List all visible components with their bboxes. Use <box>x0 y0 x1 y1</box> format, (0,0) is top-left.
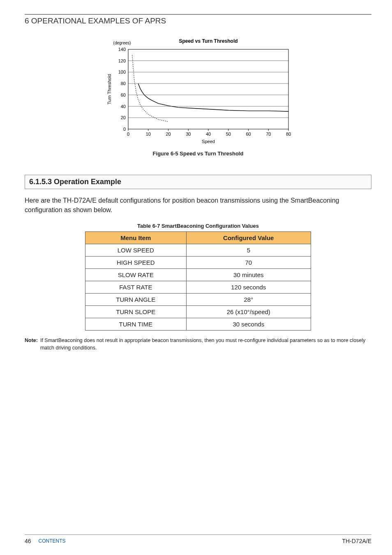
svg-text:80: 80 <box>286 132 291 136</box>
table-cell-menu-item: FAST RATE <box>85 281 187 294</box>
svg-text:(degrees): (degrees) <box>113 41 131 45</box>
svg-text:20: 20 <box>121 115 126 120</box>
table-row: FAST RATE120 seconds <box>85 281 311 294</box>
model-name: TH-D72A/E <box>342 538 371 544</box>
svg-text:60: 60 <box>246 132 251 136</box>
svg-text:50: 50 <box>226 132 231 136</box>
table-title: Table 6-7 SmartBeaconing Configuration V… <box>25 223 371 229</box>
operation-example-heading: 6.1.5.3 Operation Example <box>29 178 367 186</box>
table-cell-configured-value: 28° <box>186 294 311 306</box>
table-cell-configured-value: 5 <box>186 244 311 257</box>
note-block: Note: If SmartBeaconing does not result … <box>25 337 371 352</box>
svg-text:Speed: Speed <box>202 139 215 144</box>
table-row: TURN TIME30 seconds <box>85 318 311 331</box>
svg-text:70: 70 <box>266 132 271 136</box>
table-cell-menu-item: TURN TIME <box>85 318 187 331</box>
table-cell-menu-item: LOW SPEED <box>85 244 187 257</box>
svg-text:60: 60 <box>121 92 126 97</box>
operation-example-heading-box: 6.1.5.3 Operation Example <box>25 175 371 189</box>
svg-text:10: 10 <box>146 132 151 136</box>
page-number: 46 <box>25 538 31 544</box>
svg-rect-0 <box>128 49 288 129</box>
figure-caption: Figure 6-5 Speed vs Turn Threshold <box>25 150 371 157</box>
svg-text:20: 20 <box>166 132 171 136</box>
page-footer: 46 CONTENTS TH-D72A/E <box>25 538 371 544</box>
svg-text:80: 80 <box>121 81 126 86</box>
table-cell-configured-value: 30 seconds <box>186 318 311 331</box>
table-row: TURN SLOPE26 (x10°/speed) <box>85 306 311 318</box>
svg-text:40: 40 <box>206 132 211 136</box>
svg-text:140: 140 <box>118 47 126 52</box>
svg-text:0: 0 <box>123 127 126 132</box>
table-cell-menu-item: TURN SLOPE <box>85 306 187 318</box>
table-cell-configured-value: 26 (x10°/speed) <box>186 306 311 318</box>
section-heading: 6 OPERATIONAL EXAMPLES OF APRS <box>25 16 371 25</box>
svg-text:30: 30 <box>186 132 191 136</box>
contents-link[interactable]: CONTENTS <box>39 538 66 544</box>
svg-text:Turn Threshold: Turn Threshold <box>107 74 112 104</box>
note-text: If SmartBeaconing does not result in app… <box>40 337 371 352</box>
table-cell-menu-item: HIGH SPEED <box>85 257 187 269</box>
table-cell-configured-value: 30 minutes <box>186 269 311 281</box>
table-row: LOW SPEED5 <box>85 244 311 257</box>
table-row: SLOW RATE30 minutes <box>85 269 311 281</box>
chart-container: 02040608010012014001020304050607080Speed… <box>25 37 371 148</box>
table-row: HIGH SPEED70 <box>85 257 311 269</box>
turn-threshold-chart: 02040608010012014001020304050607080Speed… <box>101 37 295 148</box>
table-cell-configured-value: 120 seconds <box>186 281 311 294</box>
svg-text:100: 100 <box>118 69 126 74</box>
table-header-row: Menu Item Configured Value <box>85 232 311 244</box>
svg-text:0: 0 <box>127 132 129 136</box>
note-label: Note: <box>25 337 38 352</box>
svg-text:40: 40 <box>121 104 126 109</box>
table-cell-configured-value: 70 <box>186 257 311 269</box>
operation-example-paragraph: Here are the TH-D72A/E default configura… <box>25 196 371 215</box>
table-header-configured-value: Configured Value <box>186 232 311 244</box>
table-header-menu-item: Menu Item <box>85 232 187 244</box>
svg-text:Speed vs Turn Threshold: Speed vs Turn Threshold <box>179 38 238 44</box>
table-cell-menu-item: SLOW RATE <box>85 269 187 281</box>
table-row: TURN ANGLE28° <box>85 294 311 306</box>
config-table: Menu Item Configured Value LOW SPEED5HIG… <box>85 231 311 331</box>
table-cell-menu-item: TURN ANGLE <box>85 294 187 306</box>
svg-text:120: 120 <box>118 58 126 63</box>
